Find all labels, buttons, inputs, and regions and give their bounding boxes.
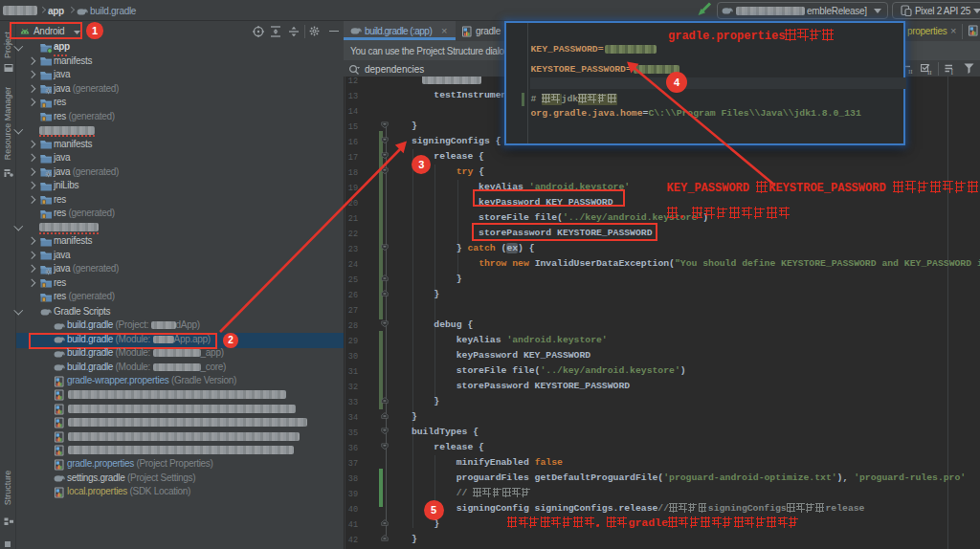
svg-text:I: I bbox=[951, 68, 954, 76]
svg-text:II: II bbox=[927, 69, 932, 76]
svg-text:II: II bbox=[908, 68, 913, 75]
